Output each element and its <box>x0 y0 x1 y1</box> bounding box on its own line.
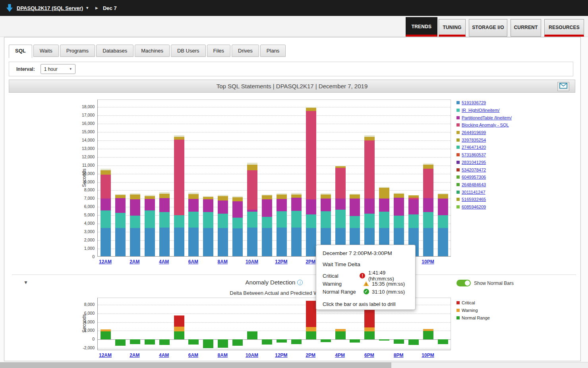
bar-segment[interactable] <box>130 195 140 200</box>
bar-segment[interactable] <box>115 194 126 195</box>
server-breadcrumb-link[interactable]: DPASQL2K17 (SQL Server) <box>17 5 83 11</box>
bar-segment[interactable] <box>115 195 126 198</box>
bar-segment[interactable] <box>174 135 184 137</box>
bar-segment[interactable] <box>394 198 404 216</box>
bar-segment[interactable] <box>306 111 316 199</box>
bar-segment[interactable] <box>218 196 228 200</box>
info-icon[interactable]: i <box>297 280 303 285</box>
bar-segment[interactable] <box>101 331 111 339</box>
legend-link[interactable]: 6049957306 <box>462 175 486 179</box>
bar-segment[interactable] <box>115 213 126 228</box>
tab-trends[interactable]: TRENDS <box>406 17 437 37</box>
bar-segment[interactable] <box>101 329 111 331</box>
bar-segment[interactable] <box>174 331 184 339</box>
bar-segment[interactable] <box>101 170 111 174</box>
bar-segment[interactable] <box>277 211 287 228</box>
x-axis-label[interactable]: 2PM <box>306 352 315 358</box>
bar-segment[interactable] <box>159 192 170 194</box>
tab-storage-io[interactable]: STORAGE I/O <box>469 19 507 37</box>
bar-segment[interactable] <box>218 195 228 196</box>
x-axis-label[interactable]: 10AM <box>246 352 258 358</box>
bar-segment[interactable] <box>394 193 404 194</box>
bar-segment[interactable] <box>232 201 243 218</box>
legend-link[interactable]: 6085946209 <box>462 204 486 209</box>
bar-segment[interactable] <box>350 194 360 195</box>
bar-segment[interactable] <box>247 170 257 209</box>
bar-segment[interactable] <box>408 339 419 345</box>
server-dropdown-caret-icon[interactable]: ▼ <box>85 6 89 10</box>
bar-segment[interactable] <box>203 197 213 199</box>
legend-link[interactable]: 5342078472 <box>462 167 486 172</box>
bar-segment[interactable] <box>394 194 404 198</box>
bar-segment[interactable] <box>335 331 346 339</box>
bar-segment[interactable] <box>174 215 184 227</box>
x-axis-label[interactable]: 6AM <box>188 259 198 265</box>
legend-link[interactable]: 5165932465 <box>462 197 486 202</box>
bar-segment[interactable] <box>379 187 389 188</box>
bar-segment[interactable] <box>130 339 140 344</box>
bar-segment[interactable] <box>145 199 155 210</box>
bar-segment[interactable] <box>174 140 184 216</box>
bar-segment[interactable] <box>232 218 243 228</box>
bar-segment[interactable] <box>364 214 375 228</box>
x-axis-label[interactable]: 4AM <box>159 259 169 265</box>
legend-link[interactable]: 2746471420 <box>462 145 486 150</box>
bar-segment[interactable] <box>291 211 302 228</box>
download-arrow-icon[interactable] <box>6 4 13 12</box>
subtab-drives[interactable]: Drives <box>232 45 259 57</box>
bar-segment[interactable] <box>159 198 170 212</box>
bar-segment[interactable] <box>262 217 272 228</box>
bar-segment[interactable] <box>188 199 199 211</box>
interval-select[interactable]: 1 hour ▼ <box>41 64 75 74</box>
subtab-waits[interactable]: Waits <box>33 45 59 57</box>
x-axis-label[interactable]: 10AM <box>246 259 258 265</box>
bar-segment[interactable] <box>291 198 302 210</box>
legend-link[interactable]: IR_HighIO/lineitem/ <box>462 108 499 113</box>
legend-link[interactable]: Blocking Anomaly - SQL <box>462 123 509 127</box>
bar-segment[interactable] <box>262 339 272 345</box>
bar-segment[interactable] <box>350 199 360 216</box>
bar-segment[interactable] <box>306 327 316 331</box>
bar-segment[interactable] <box>174 327 184 331</box>
bar-segment[interactable] <box>335 166 346 166</box>
bar-segment[interactable] <box>247 165 257 171</box>
bar-segment[interactable] <box>277 228 287 257</box>
bar-segment[interactable] <box>203 339 213 348</box>
bar-segment[interactable] <box>247 163 257 164</box>
horizontal-scrollbar[interactable] <box>0 362 588 368</box>
bar-segment[interactable] <box>438 339 448 344</box>
bar-segment[interactable] <box>364 331 375 339</box>
bar-segment[interactable] <box>408 199 419 214</box>
bar-segment[interactable] <box>218 339 228 348</box>
bar-segment[interactable] <box>321 199 331 211</box>
email-button[interactable] <box>557 82 569 91</box>
bar-segment[interactable] <box>321 195 331 199</box>
bar-segment[interactable] <box>379 212 389 228</box>
legend-link[interactable]: 3011141247 <box>462 190 485 195</box>
bar-segment[interactable] <box>247 331 257 339</box>
bar-segment[interactable] <box>335 199 346 209</box>
bar-segment[interactable] <box>335 166 346 168</box>
bar-segment[interactable] <box>423 228 433 257</box>
subtab-db-users[interactable]: DB Users <box>171 45 206 57</box>
legend-link[interactable]: 3397835254 <box>462 138 486 142</box>
bar-segment[interactable] <box>203 228 213 257</box>
x-axis-label[interactable]: 4PM <box>335 352 345 358</box>
bar-segment[interactable] <box>232 228 243 257</box>
bar-segment[interactable] <box>364 327 375 332</box>
bar-segment[interactable] <box>130 193 140 195</box>
bar-segment[interactable] <box>101 175 111 199</box>
legend-link[interactable]: 2648484643 <box>462 182 486 187</box>
bar-segment[interactable] <box>291 195 302 198</box>
subtab-databases[interactable]: Databases <box>96 45 133 57</box>
bar-segment[interactable] <box>188 228 199 257</box>
bar-segment[interactable] <box>262 228 272 257</box>
bar-segment[interactable] <box>423 198 433 212</box>
bar-segment[interactable] <box>438 228 448 257</box>
bar-segment[interactable] <box>145 339 155 345</box>
collapse-section-icon[interactable]: ▼ <box>23 280 28 285</box>
bar-segment[interactable] <box>159 228 170 257</box>
bar-segment[interactable] <box>174 137 184 139</box>
bar-segment[interactable] <box>423 331 433 339</box>
x-axis-label[interactable]: 8AM <box>218 259 228 265</box>
